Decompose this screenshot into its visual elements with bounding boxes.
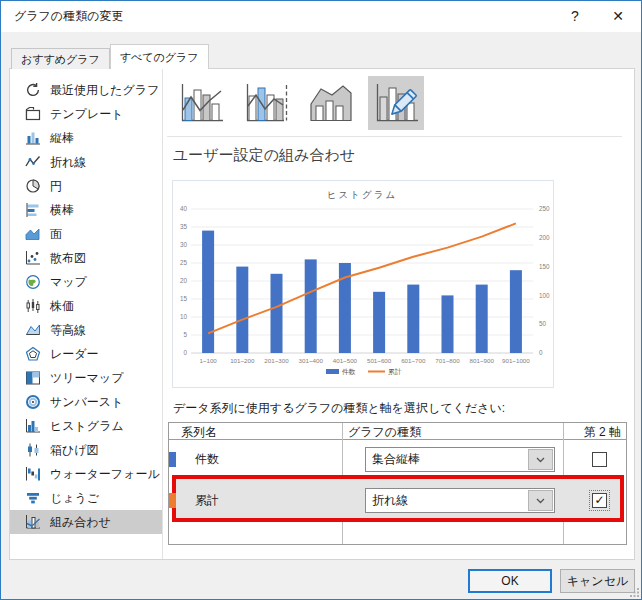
sidebar-item-boxwhisker-chart[interactable]: 箱ひげ図 [10, 438, 162, 462]
divider [167, 136, 622, 137]
sidebar-item-label: 横棒 [50, 202, 74, 219]
custom-combination-thumb-icon [373, 82, 420, 125]
chart-type-sidebar: 最近使用したグラフテンプレート縦棒折れ線円横棒面散布図マップ株価等高線レーダーツ… [10, 69, 163, 559]
svg-text:35: 35 [180, 223, 188, 230]
sidebar-item-scatter-chart[interactable]: 散布図 [10, 246, 162, 270]
sidebar-item-pie-chart[interactable]: 円 [10, 174, 162, 198]
scatter-chart-icon [25, 250, 41, 266]
combo-style-thumbnails [173, 76, 424, 130]
sidebar-item-treemap-chart[interactable]: ツリーマップ [10, 366, 162, 390]
boxwhisker-chart-icon [25, 442, 41, 458]
svg-text:15: 15 [180, 295, 188, 302]
clustered-column-line-secondary-axis-thumb-icon [243, 82, 290, 125]
custom-combination-thumb[interactable] [368, 76, 424, 130]
map-chart-icon [25, 274, 41, 290]
section-heading: ユーザー設定の組み合わせ [173, 146, 355, 165]
sidebar-item-bar-chart[interactable]: 横棒 [10, 198, 162, 222]
sidebar-item-label: マップ [50, 274, 87, 291]
sidebar-item-map-chart[interactable]: マップ [10, 270, 162, 294]
svg-text:40: 40 [180, 205, 188, 212]
sidebar-item-radar-chart[interactable]: レーダー [10, 342, 162, 366]
column-chart-icon [25, 130, 41, 146]
sidebar-item-column-chart[interactable]: 縦棒 [10, 126, 162, 150]
svg-text:100: 100 [539, 292, 550, 299]
series-swatch [169, 452, 176, 467]
svg-text:401~500: 401~500 [333, 357, 358, 364]
svg-text:50: 50 [539, 320, 547, 327]
sidebar-item-funnel-chart[interactable]: じょうご [10, 486, 162, 510]
sidebar-item-label: じょうご [50, 490, 99, 507]
svg-text:0: 0 [183, 349, 187, 356]
combo-chart-preview-image: ヒストグラム05101520253035400501001502002501~1… [173, 181, 553, 387]
sidebar-item-area-chart[interactable]: 面 [10, 222, 162, 246]
funnel-chart-icon [25, 490, 41, 506]
sidebar-item-label: 箱ひげ図 [50, 442, 99, 459]
resize-grip[interactable] [630, 588, 639, 597]
cancel-button[interactable]: キャンセル [560, 569, 635, 593]
stacked-area-clustered-column-thumb[interactable] [303, 76, 359, 130]
svg-text:件数: 件数 [342, 368, 356, 375]
sidebar-item-surface-chart[interactable]: 等高線 [10, 318, 162, 342]
svg-text:901~1000: 901~1000 [502, 357, 530, 364]
svg-text:501~600: 501~600 [367, 357, 392, 364]
sidebar-item-waterfall-chart[interactable]: ウォーターフォール [10, 462, 162, 486]
svg-text:250: 250 [539, 205, 550, 212]
chart-type-dropdown[interactable]: 折れ線 [365, 488, 555, 513]
help-icon[interactable]: ? [559, 1, 591, 32]
histogram-chart-icon [25, 418, 41, 434]
tab-recommended-charts[interactable]: おすすめグラフ [11, 48, 110, 69]
series-table: 系列名グラフの種類第 2 軸件数集合縦棒累計折れ線✓ [168, 422, 627, 545]
recent-icon [25, 82, 41, 98]
line-chart-icon [25, 154, 41, 170]
pie-chart-icon [25, 178, 41, 194]
sidebar-item-label: 最近使用したグラフ [50, 82, 159, 99]
svg-text:301~400: 301~400 [299, 357, 324, 364]
svg-text:601~700: 601~700 [401, 357, 426, 364]
chart-type-value: 折れ線 [372, 489, 408, 512]
sidebar-item-histogram-chart[interactable]: ヒストグラム [10, 414, 162, 438]
sidebar-item-recent[interactable]: 最近使用したグラフ [10, 78, 162, 102]
sidebar-item-stock-chart[interactable]: 株価 [10, 294, 162, 318]
ok-button[interactable]: OK [468, 569, 552, 593]
close-icon[interactable]: ✕ [599, 1, 637, 32]
waterfall-chart-icon [25, 466, 41, 482]
sidebar-item-label: テンプレート [50, 106, 123, 123]
secondary-axis-checkbox[interactable]: ✓ [592, 493, 607, 508]
svg-text:150: 150 [539, 263, 550, 270]
chevron-down-icon[interactable] [528, 449, 553, 470]
sidebar-item-label: ウォーターフォール [50, 466, 160, 483]
clustered-column-line-secondary-axis-thumb[interactable] [238, 76, 294, 130]
surface-chart-icon [25, 322, 41, 338]
sidebar-item-combo-chart[interactable]: 組み合わせ [10, 510, 162, 534]
sidebar-item-sunburst-chart[interactable]: サンバースト [10, 390, 162, 414]
sidebar-item-label: 縦棒 [50, 130, 74, 147]
sidebar-item-template[interactable]: テンプレート [10, 102, 162, 126]
svg-text:20: 20 [180, 277, 188, 284]
sidebar-item-label: ヒストグラム [50, 418, 124, 435]
secondary-axis-checkbox[interactable] [592, 452, 607, 467]
chart-type-value: 集合縦棒 [372, 448, 420, 471]
clustered-column-line-thumb[interactable] [173, 76, 229, 130]
svg-text:201~300: 201~300 [264, 357, 289, 364]
svg-text:1~100: 1~100 [199, 357, 217, 364]
svg-text:200: 200 [539, 234, 550, 241]
chart-type-dropdown[interactable]: 集合縦棒 [365, 447, 555, 472]
svg-text:10: 10 [180, 313, 188, 320]
svg-text:0: 0 [539, 349, 543, 356]
series-prompt: データ系列に使用するグラフの種類と軸を選択してください: [173, 400, 505, 417]
svg-text:101~200: 101~200 [230, 357, 255, 364]
svg-text:801~900: 801~900 [470, 357, 495, 364]
radar-chart-icon [25, 346, 41, 362]
svg-text:701~800: 701~800 [435, 357, 460, 364]
tab-strip: おすすめグラフすべてのグラフ [11, 44, 209, 69]
dialog-title: グラフの種類の変更 [14, 1, 123, 32]
sidebar-item-line-chart[interactable]: 折れ線 [10, 150, 162, 174]
series-name-label: 件数 [195, 440, 219, 479]
chevron-down-icon[interactable] [528, 490, 553, 511]
clustered-column-line-thumb-icon [178, 82, 225, 125]
change-chart-type-dialog: グラフの種類の変更 ? ✕ おすすめグラフすべてのグラフ 最近使用したグラフテン… [0, 0, 642, 600]
sidebar-item-label: 等高線 [50, 322, 86, 339]
tab-all-charts[interactable]: すべてのグラフ [110, 44, 209, 69]
series-name-label: 累計 [195, 479, 219, 522]
svg-text:5: 5 [183, 331, 187, 338]
